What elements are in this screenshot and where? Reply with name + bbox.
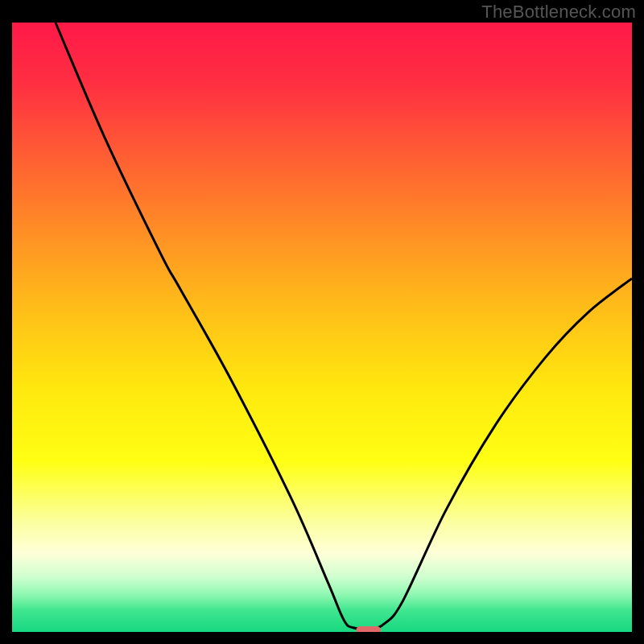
- bottleneck-chart: [12, 23, 632, 632]
- current-position-marker: [356, 626, 381, 632]
- chart-background: [12, 23, 632, 632]
- source-label: TheBottleneck.com: [481, 2, 636, 23]
- chart-canvas: [12, 23, 632, 632]
